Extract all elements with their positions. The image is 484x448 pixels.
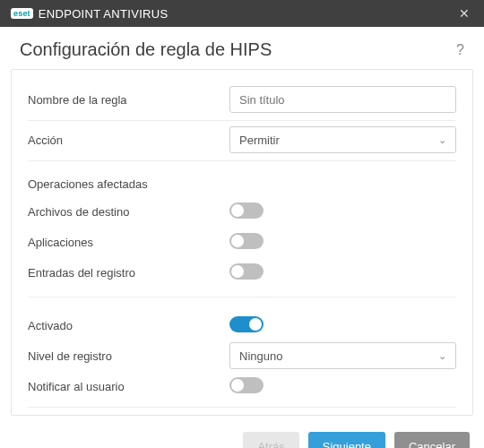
applications-toggle[interactable] xyxy=(229,233,264,249)
row-registry: Entradas del registro xyxy=(28,257,456,288)
settings-panel: Nombre de la regla Acción Permitir ⌄ Ope… xyxy=(11,69,473,416)
activated-toggle[interactable] xyxy=(229,316,264,332)
help-icon[interactable]: ? xyxy=(456,42,464,58)
action-select[interactable]: Permitir ⌄ xyxy=(229,126,456,153)
header: Configuración de regla de HIPS ? xyxy=(0,27,484,69)
row-log-level: Nivel de registro Ninguno ⌄ xyxy=(28,340,456,371)
affected-ops-title: Operaciones afectadas xyxy=(28,165,456,196)
action-value: Permitir xyxy=(239,134,280,147)
applications-label: Aplicaciones xyxy=(28,236,229,249)
titlebar: eset ENDPOINT ANTIVIRUS ✕ xyxy=(0,0,484,27)
target-files-label: Archivos de destino xyxy=(28,205,229,219)
row-notify-user: Notificar al usuario xyxy=(28,371,456,401)
chevron-down-icon: ⌄ xyxy=(438,350,446,362)
action-label: Acción xyxy=(28,134,229,147)
notify-user-toggle[interactable] xyxy=(229,377,264,393)
brand-badge: eset xyxy=(11,8,33,19)
back-button: Atrás xyxy=(243,432,298,448)
footer: Atrás Siguiente Cancelar xyxy=(0,416,484,448)
activated-label: Activado xyxy=(28,319,229,332)
log-level-value: Ninguno xyxy=(239,349,282,363)
product-name: ENDPOINT ANTIVIRUS xyxy=(39,7,169,21)
row-applications: Aplicaciones xyxy=(28,227,456,257)
log-level-label: Nivel de registro xyxy=(28,349,229,363)
cancel-button[interactable]: Cancelar xyxy=(394,432,470,448)
page-title: Configuración de regla de HIPS xyxy=(20,39,272,60)
notify-user-label: Notificar al usuario xyxy=(28,380,229,393)
rule-name-label: Nombre de la regla xyxy=(28,93,229,107)
separator xyxy=(28,297,456,297)
row-activated: Activado xyxy=(28,310,456,340)
row-rule-name: Nombre de la regla xyxy=(28,84,456,115)
log-level-select[interactable]: Ninguno ⌄ xyxy=(229,342,456,369)
registry-entries-label: Entradas del registro xyxy=(28,266,229,280)
close-icon[interactable]: ✕ xyxy=(454,6,475,21)
row-target-files: Archivos de destino xyxy=(28,196,456,227)
chevron-down-icon: ⌄ xyxy=(438,134,446,146)
registry-entries-toggle[interactable] xyxy=(229,263,264,280)
separator xyxy=(28,160,456,161)
separator xyxy=(28,407,456,408)
next-button[interactable]: Siguiente xyxy=(308,432,385,448)
target-files-toggle[interactable] xyxy=(229,202,264,219)
separator xyxy=(28,120,456,121)
row-action: Acción Permitir ⌄ xyxy=(28,125,456,155)
rule-name-input[interactable] xyxy=(229,86,456,113)
